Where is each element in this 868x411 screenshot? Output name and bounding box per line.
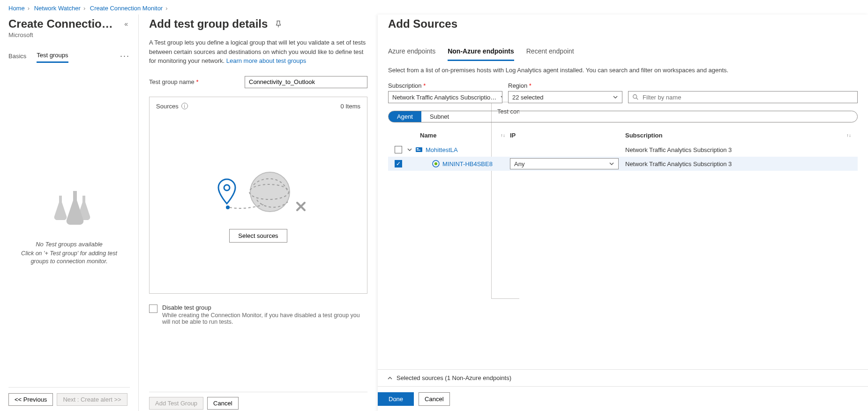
tab-basics[interactable]: Basics bbox=[8, 50, 26, 62]
empty-subtitle: Click on '+ Test group' for adding test … bbox=[12, 250, 126, 266]
sources-label: Sources bbox=[156, 103, 179, 110]
region-select[interactable]: 22 selected bbox=[508, 91, 622, 103]
col-subscription[interactable]: Subscription bbox=[625, 132, 662, 139]
learn-more-link[interactable]: Learn more about test groups bbox=[226, 57, 307, 64]
sort-icon[interactable]: ↑↓ bbox=[501, 134, 505, 137]
collapse-icon[interactable]: « bbox=[122, 18, 130, 30]
chevron-down-icon bbox=[500, 94, 502, 100]
filter-input[interactable] bbox=[628, 91, 858, 103]
breadcrumb: Home› Network Watcher› Create Connection… bbox=[0, 0, 868, 15]
table-row[interactable]: MININT-HB4SBE8 Any Network Traffic Analy… bbox=[388, 157, 858, 171]
col-name[interactable]: Name bbox=[420, 132, 436, 139]
subscription-select[interactable]: Network Traffic Analytics Subscriptio… bbox=[388, 91, 502, 103]
add-sources-title: Add Sources bbox=[388, 17, 858, 30]
globe-illustration bbox=[209, 166, 307, 218]
disable-label: Disable test group bbox=[162, 304, 367, 311]
panel-title: Add test group details bbox=[149, 17, 268, 30]
toggle-subnet[interactable]: Subnet bbox=[421, 111, 457, 122]
row-checkbox[interactable] bbox=[395, 160, 402, 167]
chevron-down-icon bbox=[613, 94, 618, 100]
add-sources-panel: Add Sources Azure endpoints Non-Azure en… bbox=[378, 15, 868, 411]
more-icon[interactable]: ··· bbox=[120, 51, 130, 61]
done-button[interactable]: Done bbox=[378, 392, 414, 406]
page-title: Create Connection… bbox=[8, 17, 116, 30]
toggle-agent[interactable]: Agent bbox=[389, 111, 421, 122]
row-checkbox[interactable] bbox=[395, 146, 402, 153]
col-ip[interactable]: IP bbox=[510, 132, 625, 139]
sort-icon[interactable]: ↑↓ bbox=[846, 134, 851, 137]
test-group-name-input[interactable] bbox=[245, 76, 367, 88]
row-name[interactable]: MININT-HB4SBE8 bbox=[442, 160, 493, 167]
row-name[interactable]: MohittestLA bbox=[426, 146, 458, 153]
empty-title: No Test groups available bbox=[36, 241, 103, 248]
svg-rect-9 bbox=[417, 148, 419, 149]
svg-point-12 bbox=[434, 162, 437, 165]
chevron-up-icon bbox=[387, 375, 393, 381]
agent-icon bbox=[432, 160, 440, 167]
panel-description: A Test group lets you define a logical g… bbox=[149, 38, 367, 66]
search-icon bbox=[632, 94, 639, 100]
crumb-home[interactable]: Home bbox=[8, 5, 25, 12]
svg-point-3 bbox=[226, 206, 230, 209]
tab-recent-endpoint[interactable]: Recent endpoint bbox=[526, 45, 574, 61]
disable-help: While creating the Connection Monitor, i… bbox=[162, 312, 367, 325]
test-group-name-label: Test group name * bbox=[149, 78, 241, 85]
subscription-label: Subscription bbox=[388, 82, 422, 89]
sidebar: Create Connection… « Microsoft Basics Te… bbox=[0, 15, 139, 411]
crumb-network-watcher[interactable]: Network Watcher bbox=[34, 5, 81, 12]
pin-icon[interactable] bbox=[274, 20, 283, 28]
chevron-down-icon bbox=[609, 161, 614, 167]
add-test-group-button: Add Test Group bbox=[149, 397, 203, 410]
sources-description: Select from a list of on-premises hosts … bbox=[388, 67, 858, 74]
region-label: Region bbox=[508, 82, 527, 89]
tab-non-azure-endpoints[interactable]: Non-Azure endpoints bbox=[448, 45, 514, 61]
next-button: Next : Create alert >> bbox=[57, 393, 127, 406]
workspace-icon bbox=[415, 146, 423, 153]
cancel-button[interactable]: Cancel bbox=[207, 397, 238, 410]
tab-azure-endpoints[interactable]: Azure endpoints bbox=[388, 45, 435, 61]
select-sources-button[interactable]: Select sources bbox=[229, 229, 287, 243]
add-test-group-panel: Add test group details A Test group lets… bbox=[139, 15, 378, 411]
svg-line-7 bbox=[636, 98, 638, 100]
svg-point-6 bbox=[633, 95, 637, 99]
page-subtitle: Microsoft bbox=[8, 31, 130, 38]
flask-icon bbox=[46, 184, 93, 231]
row-subscription: Network Traffic Analytics Subscription 3 bbox=[625, 146, 856, 153]
filter-textbox[interactable] bbox=[642, 93, 853, 101]
cancel-sources-button[interactable]: Cancel bbox=[419, 392, 449, 406]
ip-select[interactable]: Any bbox=[510, 158, 619, 169]
svg-point-0 bbox=[250, 172, 290, 212]
agent-subnet-toggle[interactable]: Agent Subnet bbox=[388, 111, 858, 122]
chevron-down-icon[interactable] bbox=[407, 147, 412, 152]
svg-rect-10 bbox=[417, 150, 420, 151]
tab-test-groups[interactable]: Test groups bbox=[37, 49, 68, 63]
sources-box: Sources i 0 Items Select sources bbox=[149, 97, 367, 294]
row-subscription: Network Traffic Analytics Subscription 3 bbox=[625, 160, 856, 167]
previous-button[interactable]: << Previous bbox=[8, 393, 53, 406]
crumb-create-connection-monitor[interactable]: Create Connection Monitor bbox=[90, 5, 163, 12]
items-count: 0 Items bbox=[340, 103, 360, 110]
selected-summary[interactable]: Selected sources (1 Non-Azure endpoints) bbox=[378, 369, 868, 386]
sources-table: Name↑↓ IP Subscription↑↓ MohittestLA Net… bbox=[388, 129, 858, 171]
disable-test-group-checkbox[interactable] bbox=[149, 304, 157, 313]
table-row[interactable]: MohittestLA Network Traffic Analytics Su… bbox=[388, 143, 858, 157]
info-icon[interactable]: i bbox=[181, 103, 188, 109]
